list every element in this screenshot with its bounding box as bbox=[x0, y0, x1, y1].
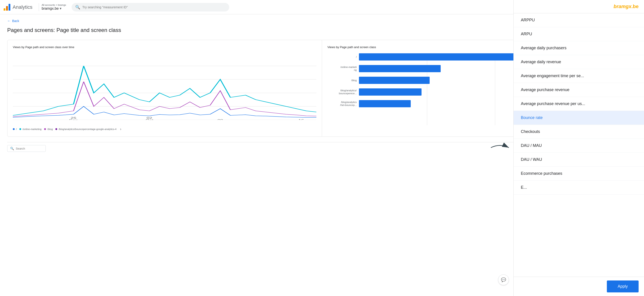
dropdown-item-dau-wau[interactable]: DAU / WAU bbox=[514, 153, 644, 167]
bar-fill-blog bbox=[359, 77, 430, 84]
dropdown-item-arpu[interactable]: ARPU bbox=[514, 27, 644, 41]
legend-item-online-marketing: /online-marketing bbox=[19, 127, 42, 131]
table-search-input[interactable] bbox=[16, 147, 43, 150]
dropdown-item-ecommerce-purchases[interactable]: Ecommerce purchases bbox=[514, 167, 644, 181]
logo-area: Analytics bbox=[4, 4, 32, 10]
bar-label-online-marketing: /online-marketing bbox=[328, 66, 357, 71]
analytics-logo bbox=[4, 4, 10, 10]
dropdown-item-avg-purchase-revenue[interactable]: Average purchase revenue bbox=[514, 83, 644, 97]
svg-text:Oct: Oct bbox=[146, 119, 153, 120]
header-divider bbox=[39, 3, 39, 11]
app-name: Analytics bbox=[12, 4, 32, 10]
back-label: Back bbox=[12, 19, 19, 23]
chevron-down-icon: ▾ bbox=[60, 6, 62, 10]
legend-chevron-right[interactable]: › bbox=[119, 127, 122, 131]
svg-text:16: 16 bbox=[298, 119, 304, 120]
svg-text:09: 09 bbox=[218, 119, 223, 120]
bar-label-blog: /blog bbox=[328, 79, 357, 82]
legend-label-blog-analytics: /blog/analytics/bouncepercentage-google-… bbox=[58, 128, 116, 130]
search-input[interactable] bbox=[82, 5, 226, 9]
dropdown-item-avg-daily-purchasers[interactable]: Average daily purchasers bbox=[514, 41, 644, 55]
bar-label-root: / bbox=[328, 55, 357, 58]
legend-item-blog-analytics: /blog/analytics/bouncepercentage-google-… bbox=[56, 127, 116, 131]
line-chart-panel: Views by Page path and screen class over… bbox=[8, 40, 322, 137]
dropdown-footer: Apply bbox=[514, 277, 644, 296]
svg-text:Sep: Sep bbox=[69, 119, 78, 120]
logo-bar-3 bbox=[8, 4, 10, 10]
account-path: All accounts > bramgx bbox=[42, 3, 66, 6]
bar-fill-blog-analytics-bounce bbox=[359, 88, 422, 96]
dropdown-list[interactable]: ARPPU ARPU Average daily purchasers Aver… bbox=[514, 14, 644, 277]
logo-bar-1 bbox=[4, 8, 6, 10]
legend-item-blog: /blog bbox=[44, 127, 53, 131]
bar-fill-blog-analytics-het bbox=[359, 100, 411, 107]
bar-label-blog-analytics-het: /blog/analytics/het-bouncep... bbox=[328, 101, 357, 107]
legend-label-online-marketing: /online-marketing bbox=[22, 128, 42, 130]
search-icon: 🔍 bbox=[75, 5, 80, 10]
legend-dot-root bbox=[13, 128, 15, 130]
account-name: bramgx.be ▾ bbox=[42, 6, 66, 10]
page-title: Pages and screens: Page title and screen… bbox=[7, 27, 121, 33]
dropdown-item-avg-purchase-revenue-per-user[interactable]: Average purchase revenue per us... bbox=[514, 97, 644, 111]
bar-label-blog-analytics-bounce: /blog/analytics/bounceperece... bbox=[328, 89, 357, 95]
back-arrow-icon: ← bbox=[7, 19, 11, 23]
metric-dropdown-overlay: bramgx.be ARPPU ARPU Average daily purch… bbox=[514, 14, 644, 296]
dropdown-item-avg-engagement-time[interactable]: Average engagement time per se... bbox=[514, 69, 644, 83]
dropdown-item-avg-daily-revenue[interactable]: Average daily revenue bbox=[514, 55, 644, 69]
line-chart-svg: 25 Sep 02 Oct 09 16 bbox=[13, 52, 316, 120]
legend-label-blog: /blog bbox=[47, 128, 53, 130]
legend-dot-online-marketing bbox=[19, 128, 21, 130]
account-name-text: bramgx.be bbox=[42, 6, 59, 10]
search-box[interactable]: 🔍 bbox=[7, 145, 46, 152]
bar-fill-online-marketing bbox=[359, 65, 441, 72]
legend-dot-blog-analytics bbox=[56, 128, 57, 130]
dropdown-item-dau-mau[interactable]: DAU / MAU bbox=[514, 139, 644, 153]
dropdown-item-checkouts[interactable]: Checkouts bbox=[514, 125, 644, 139]
feedback-button[interactable]: 💬 bbox=[498, 275, 509, 285]
search-bar[interactable]: 🔍 bbox=[72, 3, 229, 11]
dropdown-item-ecommerce-more[interactable]: E... bbox=[514, 181, 644, 195]
legend-item-root: / bbox=[13, 127, 17, 131]
apply-button[interactable]: Apply bbox=[607, 281, 638, 293]
search-icon-bottom: 🔍 bbox=[10, 147, 14, 150]
line-chart-title: Views by Page path and screen class over… bbox=[13, 45, 316, 49]
dropdown-item-bounce-rate[interactable]: Bounce rate bbox=[514, 111, 644, 125]
account-selector[interactable]: All accounts > bramgx bramgx.be ▾ bbox=[42, 3, 66, 10]
chart-legend: / /online-marketing /blog /blog/analytic… bbox=[13, 127, 316, 131]
legend-dot-blog bbox=[44, 128, 46, 130]
dropdown-item-arppu[interactable]: ARPPU bbox=[514, 14, 644, 27]
line-chart: 25 Sep 02 Oct 09 16 bbox=[13, 52, 316, 124]
legend-label-root: / bbox=[16, 128, 17, 130]
logo-bar-2 bbox=[6, 6, 8, 10]
main-container: ← Back Pages and screens: Page title and… bbox=[0, 14, 644, 296]
feedback-icon: 💬 bbox=[501, 277, 506, 282]
